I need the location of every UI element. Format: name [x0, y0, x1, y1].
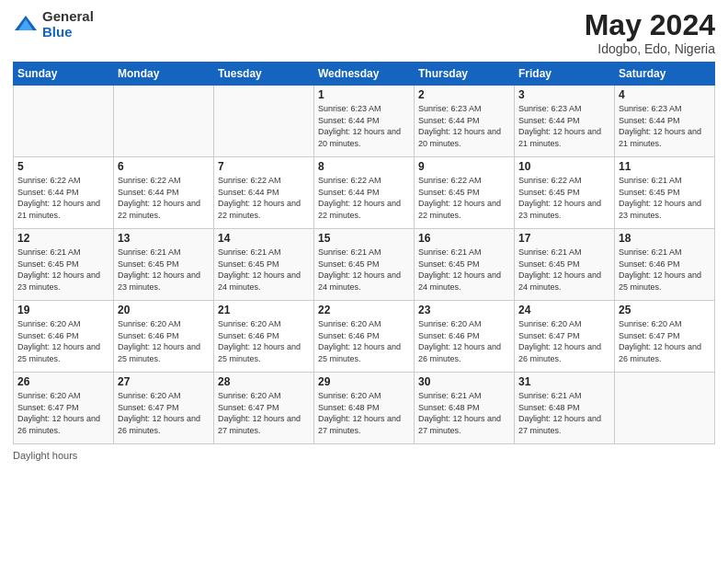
cell-info: Sunrise: 6:20 AM Sunset: 6:46 PM Dayligh… [17, 318, 109, 364]
calendar-cell: 26Sunrise: 6:20 AM Sunset: 6:47 PM Dayli… [14, 373, 114, 444]
header: General Blue May 2024 Idogbo, Edo, Niger… [13, 9, 715, 56]
logo: General Blue [13, 9, 94, 40]
day-number: 4 [619, 88, 711, 101]
day-number: 1 [318, 88, 410, 101]
cell-info: Sunrise: 6:20 AM Sunset: 6:46 PM Dayligh… [118, 318, 210, 364]
day-number: 24 [518, 304, 610, 316]
month-title: May 2024 [585, 9, 715, 41]
cell-info: Sunrise: 6:22 AM Sunset: 6:44 PM Dayligh… [118, 175, 210, 221]
day-number: 19 [17, 304, 109, 316]
cell-info: Sunrise: 6:21 AM Sunset: 6:45 PM Dayligh… [318, 247, 410, 293]
header-cell: Friday [515, 63, 615, 86]
calendar-cell [214, 86, 314, 157]
logo-blue: Blue [42, 25, 94, 40]
calendar-cell: 28Sunrise: 6:20 AM Sunset: 6:47 PM Dayli… [214, 373, 314, 444]
calendar-cell: 5Sunrise: 6:22 AM Sunset: 6:44 PM Daylig… [14, 157, 114, 229]
day-number: 2 [418, 88, 510, 101]
calendar-cell: 3Sunrise: 6:23 AM Sunset: 6:44 PM Daylig… [515, 86, 615, 157]
calendar-cell: 29Sunrise: 6:20 AM Sunset: 6:48 PM Dayli… [314, 373, 415, 444]
day-number: 27 [118, 375, 210, 388]
cell-info: Sunrise: 6:20 AM Sunset: 6:46 PM Dayligh… [218, 318, 310, 364]
cell-info: Sunrise: 6:20 AM Sunset: 6:47 PM Dayligh… [619, 318, 711, 364]
cell-info: Sunrise: 6:22 AM Sunset: 6:45 PM Dayligh… [518, 175, 610, 221]
cell-info: Sunrise: 6:23 AM Sunset: 6:44 PM Dayligh… [318, 103, 410, 149]
calendar-cell: 9Sunrise: 6:22 AM Sunset: 6:45 PM Daylig… [415, 157, 515, 229]
footer: Daylight hours [13, 450, 715, 461]
cell-info: Sunrise: 6:20 AM Sunset: 6:47 PM Dayligh… [17, 390, 109, 436]
cell-info: Sunrise: 6:22 AM Sunset: 6:44 PM Dayligh… [17, 175, 109, 221]
calendar-row: 26Sunrise: 6:20 AM Sunset: 6:47 PM Dayli… [14, 373, 715, 444]
calendar-cell: 18Sunrise: 6:21 AM Sunset: 6:46 PM Dayli… [615, 229, 715, 301]
calendar-cell: 25Sunrise: 6:20 AM Sunset: 6:47 PM Dayli… [615, 301, 715, 373]
day-number: 31 [518, 375, 610, 388]
calendar-row: 1Sunrise: 6:23 AM Sunset: 6:44 PM Daylig… [14, 86, 715, 157]
calendar-row: 19Sunrise: 6:20 AM Sunset: 6:46 PM Dayli… [14, 301, 715, 373]
calendar-cell [615, 373, 715, 444]
calendar-cell: 4Sunrise: 6:23 AM Sunset: 6:44 PM Daylig… [615, 86, 715, 157]
header-cell: Wednesday [314, 63, 415, 86]
calendar-cell: 15Sunrise: 6:21 AM Sunset: 6:45 PM Dayli… [314, 229, 415, 301]
cell-info: Sunrise: 6:22 AM Sunset: 6:44 PM Dayligh… [318, 175, 410, 221]
cell-info: Sunrise: 6:22 AM Sunset: 6:44 PM Dayligh… [218, 175, 310, 221]
calendar-cell: 24Sunrise: 6:20 AM Sunset: 6:47 PM Dayli… [515, 301, 615, 373]
day-number: 15 [318, 232, 410, 245]
day-number: 13 [118, 232, 210, 245]
cell-info: Sunrise: 6:20 AM Sunset: 6:46 PM Dayligh… [418, 318, 510, 364]
calendar-cell: 27Sunrise: 6:20 AM Sunset: 6:47 PM Dayli… [114, 373, 214, 444]
header-cell: Sunday [14, 63, 114, 86]
logo-icon [13, 12, 39, 38]
calendar-row: 5Sunrise: 6:22 AM Sunset: 6:44 PM Daylig… [14, 157, 715, 229]
day-number: 20 [118, 304, 210, 316]
calendar-cell: 31Sunrise: 6:21 AM Sunset: 6:48 PM Dayli… [515, 373, 615, 444]
calendar-cell: 2Sunrise: 6:23 AM Sunset: 6:44 PM Daylig… [415, 86, 515, 157]
day-number: 8 [318, 160, 410, 173]
cell-info: Sunrise: 6:20 AM Sunset: 6:47 PM Dayligh… [218, 390, 310, 436]
cell-info: Sunrise: 6:20 AM Sunset: 6:47 PM Dayligh… [118, 390, 210, 436]
cell-info: Sunrise: 6:20 AM Sunset: 6:48 PM Dayligh… [318, 390, 410, 436]
calendar-cell: 1Sunrise: 6:23 AM Sunset: 6:44 PM Daylig… [314, 86, 415, 157]
day-number: 5 [17, 160, 109, 173]
cell-info: Sunrise: 6:23 AM Sunset: 6:44 PM Dayligh… [619, 103, 711, 149]
day-number: 22 [318, 304, 410, 316]
title-area: May 2024 Idogbo, Edo, Nigeria [585, 9, 715, 56]
calendar-cell: 7Sunrise: 6:22 AM Sunset: 6:44 PM Daylig… [214, 157, 314, 229]
calendar-cell: 16Sunrise: 6:21 AM Sunset: 6:45 PM Dayli… [415, 229, 515, 301]
calendar-cell: 17Sunrise: 6:21 AM Sunset: 6:45 PM Dayli… [515, 229, 615, 301]
day-number: 18 [619, 232, 711, 245]
header-cell: Monday [114, 63, 214, 86]
day-number: 3 [518, 88, 610, 101]
day-number: 11 [619, 160, 711, 173]
cell-info: Sunrise: 6:22 AM Sunset: 6:45 PM Dayligh… [418, 175, 510, 221]
cell-info: Sunrise: 6:21 AM Sunset: 6:45 PM Dayligh… [418, 247, 510, 293]
calendar-table: SundayMondayTuesdayWednesdayThursdayFrid… [13, 62, 715, 444]
cell-info: Sunrise: 6:21 AM Sunset: 6:48 PM Dayligh… [518, 390, 610, 436]
day-number: 16 [418, 232, 510, 245]
calendar-cell: 21Sunrise: 6:20 AM Sunset: 6:46 PM Dayli… [214, 301, 314, 373]
day-number: 17 [518, 232, 610, 245]
day-number: 14 [218, 232, 310, 245]
cell-info: Sunrise: 6:21 AM Sunset: 6:46 PM Dayligh… [619, 247, 711, 293]
day-number: 6 [118, 160, 210, 173]
cell-info: Sunrise: 6:21 AM Sunset: 6:45 PM Dayligh… [518, 247, 610, 293]
calendar-cell [114, 86, 214, 157]
day-number: 30 [418, 375, 510, 388]
header-cell: Thursday [415, 63, 515, 86]
cell-info: Sunrise: 6:21 AM Sunset: 6:48 PM Dayligh… [418, 390, 510, 436]
day-number: 10 [518, 160, 610, 173]
calendar-cell: 14Sunrise: 6:21 AM Sunset: 6:45 PM Dayli… [214, 229, 314, 301]
calendar-cell: 20Sunrise: 6:20 AM Sunset: 6:46 PM Dayli… [114, 301, 214, 373]
header-row: SundayMondayTuesdayWednesdayThursdayFrid… [14, 63, 715, 86]
calendar-cell: 13Sunrise: 6:21 AM Sunset: 6:45 PM Dayli… [114, 229, 214, 301]
day-number: 9 [418, 160, 510, 173]
logo-general: General [42, 9, 94, 25]
calendar-cell: 8Sunrise: 6:22 AM Sunset: 6:44 PM Daylig… [314, 157, 415, 229]
calendar-cell: 12Sunrise: 6:21 AM Sunset: 6:45 PM Dayli… [14, 229, 114, 301]
day-number: 25 [619, 304, 711, 316]
day-number: 28 [218, 375, 310, 388]
page: General Blue May 2024 Idogbo, Edo, Niger… [0, 0, 728, 563]
day-number: 23 [418, 304, 510, 316]
calendar-header: SundayMondayTuesdayWednesdayThursdayFrid… [14, 63, 715, 86]
cell-info: Sunrise: 6:23 AM Sunset: 6:44 PM Dayligh… [518, 103, 610, 149]
calendar-body: 1Sunrise: 6:23 AM Sunset: 6:44 PM Daylig… [14, 86, 715, 444]
calendar-cell: 19Sunrise: 6:20 AM Sunset: 6:46 PM Dayli… [14, 301, 114, 373]
